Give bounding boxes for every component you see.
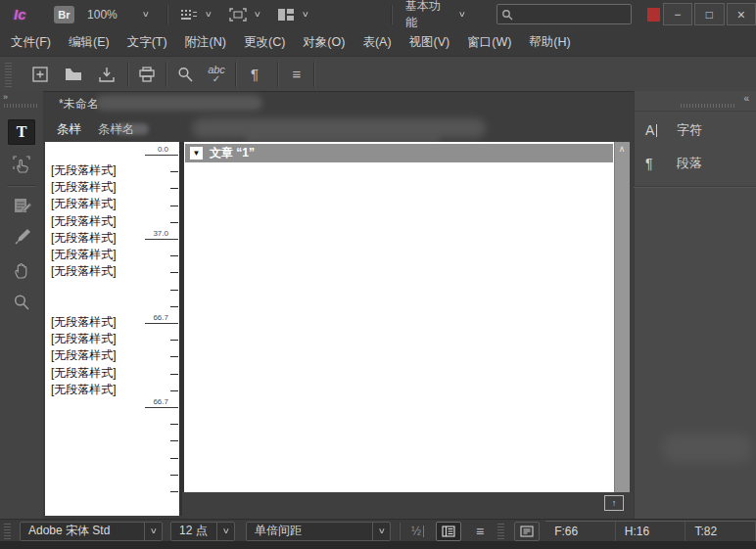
statusbar-grip-handle[interactable] bbox=[497, 524, 504, 539]
search-box[interactable] bbox=[496, 4, 632, 24]
line-number-icon[interactable]: ½ bbox=[411, 526, 424, 537]
ruler-tick bbox=[170, 374, 178, 375]
menu-item[interactable]: 文件(F) bbox=[2, 28, 60, 56]
copyfit-progress-icon[interactable] bbox=[514, 522, 540, 541]
ruler-tick bbox=[170, 206, 178, 206]
leading-select[interactable]: 单倍间距 ∨ bbox=[246, 522, 391, 541]
copyfit-corner-icon[interactable]: ↑ bbox=[604, 495, 624, 511]
paragraph-style-row[interactable]: [无段落样式] bbox=[51, 263, 136, 280]
tab-galley[interactable]: 条样 bbox=[57, 121, 81, 138]
maximize-button[interactable]: □ bbox=[694, 3, 724, 25]
open-document-button[interactable] bbox=[61, 62, 86, 87]
bridge-button[interactable]: Br bbox=[54, 6, 75, 23]
menu-item[interactable]: 更改(C) bbox=[235, 28, 294, 56]
zoom-tool[interactable] bbox=[8, 290, 35, 315]
collapse-panel-icon[interactable]: « bbox=[743, 93, 748, 104]
menu-bar: 文件(F)编辑(E)文字(T)附注(N)更改(C)对象(O)表(A)视图(V)窗… bbox=[0, 28, 756, 57]
print-button[interactable] bbox=[134, 62, 160, 87]
paragraph-style-row[interactable]: [无段落样式] bbox=[51, 347, 136, 364]
statusbar-menu-icon[interactable]: ≡ bbox=[476, 524, 484, 539]
smudge-artifact bbox=[663, 434, 751, 463]
close-button[interactable]: × bbox=[727, 3, 756, 25]
show-hidden-characters-button[interactable]: ¶ bbox=[242, 62, 267, 87]
galley-ruler: 0.037.066.766.7 bbox=[136, 142, 181, 516]
hand-tool[interactable] bbox=[8, 257, 35, 283]
paragraph-style-row[interactable]: [无段落样式] bbox=[51, 196, 136, 212]
eyedropper-tool-icon bbox=[11, 227, 32, 249]
menu-item[interactable]: 编辑(E) bbox=[60, 28, 118, 56]
menu-item[interactable]: 表(A) bbox=[354, 28, 400, 56]
ruler-label: 66.7 bbox=[153, 398, 168, 406]
paragraph-style-row[interactable]: [无段落样式] bbox=[51, 213, 136, 230]
red-indicator bbox=[647, 8, 660, 22]
scroll-up-icon[interactable]: ∧ bbox=[614, 144, 630, 154]
minimize-button[interactable]: − bbox=[663, 3, 692, 25]
copyfit-stat: H:16 bbox=[616, 521, 686, 541]
menu-item[interactable]: 文字(T) bbox=[118, 28, 176, 56]
proof-frame-chevron-down-icon[interactable]: ∨ bbox=[254, 10, 261, 19]
paragraph-style-row[interactable]: [无段落样式] bbox=[51, 382, 136, 398]
position-tool[interactable] bbox=[8, 152, 35, 177]
arrange-documents-icon[interactable] bbox=[276, 5, 298, 24]
right-panel-grip-handle[interactable] bbox=[681, 104, 735, 108]
copyfit-stat: F:66 bbox=[545, 521, 616, 541]
arrange-documents-chevron-down-icon[interactable]: ∨ bbox=[302, 10, 309, 19]
statusbar-grip-handle[interactable] bbox=[4, 524, 11, 539]
font-family-select[interactable]: Adobe 宋体 Std ∨ bbox=[20, 522, 163, 541]
divider bbox=[165, 62, 166, 87]
tools-grip-handle[interactable] bbox=[4, 104, 37, 108]
collapse-story-button[interactable]: ▼ bbox=[190, 147, 203, 160]
tab-galley-copy[interactable]: 条样名 bbox=[98, 121, 135, 138]
story-panel[interactable]: ▼ 文章 “1” ∧ bbox=[184, 142, 630, 492]
copyfit-stat: T:82 bbox=[685, 521, 756, 541]
zoom-chevron-down-icon[interactable]: ∨ bbox=[142, 10, 150, 19]
zoom-level-value[interactable]: 100% bbox=[87, 8, 118, 22]
leading-value: 单倍间距 bbox=[247, 523, 372, 539]
menu-item[interactable]: 窗口(W) bbox=[458, 28, 520, 56]
document-tab[interactable]: *未命名 bbox=[59, 96, 99, 113]
ruler-tick bbox=[170, 272, 178, 273]
paragraph-style-row[interactable]: [无段落样式] bbox=[51, 162, 136, 179]
font-size-select[interactable]: 12 点 ∨ bbox=[170, 522, 235, 541]
divider bbox=[235, 62, 236, 87]
paragraph-style-row[interactable]: [无段落样式] bbox=[51, 230, 136, 247]
paragraph-style-row[interactable]: [无段落样式] bbox=[51, 314, 136, 331]
menu-item[interactable]: 视图(V) bbox=[401, 28, 459, 56]
panel-tab-paragraph[interactable]: ¶ 段落 bbox=[634, 149, 756, 178]
titlebar: Ic Br 100% ∨ ∨ ∨ ∨ 基本功能 ∨ − □ × bbox=[0, 0, 756, 28]
menu-item[interactable]: 附注(N) bbox=[176, 28, 235, 56]
view-options-chevron-down-icon[interactable]: ∨ bbox=[205, 10, 213, 19]
workspace-switcher[interactable]: 基本功能 bbox=[405, 0, 451, 31]
type-tool[interactable]: T bbox=[8, 119, 35, 145]
workspace-chevron-down-icon[interactable]: ∨ bbox=[458, 10, 466, 19]
new-document-button[interactable] bbox=[27, 62, 53, 87]
cursor-bar bbox=[656, 124, 657, 137]
proof-frame-icon[interactable] bbox=[227, 5, 249, 24]
save-button[interactable] bbox=[94, 62, 119, 87]
galley-info-toggle[interactable] bbox=[436, 522, 461, 541]
right-dock-panel: « A 字符 ¶ 段落 bbox=[634, 91, 756, 519]
menu-item[interactable]: 帮助(H) bbox=[520, 28, 579, 56]
view-options-icon[interactable] bbox=[179, 5, 201, 24]
search-tool-button[interactable] bbox=[172, 62, 198, 87]
menu-item[interactable]: 对象(O) bbox=[294, 28, 354, 56]
paragraph-style-row[interactable]: [无段落样式] bbox=[51, 247, 136, 263]
search-icon bbox=[501, 9, 513, 21]
vertical-scrollbar[interactable]: ∧ bbox=[614, 142, 630, 492]
expand-panel-icon[interactable]: » bbox=[3, 92, 7, 102]
spell-check-button[interactable]: abc ✓ bbox=[204, 62, 229, 87]
ruler-tick bbox=[170, 340, 178, 341]
paragraph-style-row[interactable]: [无段落样式] bbox=[51, 179, 136, 196]
paragraph-style-row[interactable]: [无段落样式] bbox=[51, 365, 136, 382]
note-tool[interactable] bbox=[8, 193, 35, 218]
story-header[interactable]: ▼ 文章 “1” bbox=[185, 144, 613, 162]
toolbar-menu-icon[interactable]: ≡ bbox=[284, 62, 309, 87]
eyedropper-tool[interactable] bbox=[8, 225, 35, 251]
info-column-icon bbox=[442, 526, 455, 537]
tools-panel-header: » bbox=[0, 91, 43, 113]
toolbar-grip-handle[interactable] bbox=[5, 62, 12, 87]
hand-tool-icon bbox=[11, 259, 32, 281]
panel-tab-character[interactable]: A 字符 bbox=[634, 115, 756, 145]
paragraph-style-row[interactable]: [无段落样式] bbox=[51, 331, 136, 347]
search-input[interactable] bbox=[513, 8, 627, 22]
